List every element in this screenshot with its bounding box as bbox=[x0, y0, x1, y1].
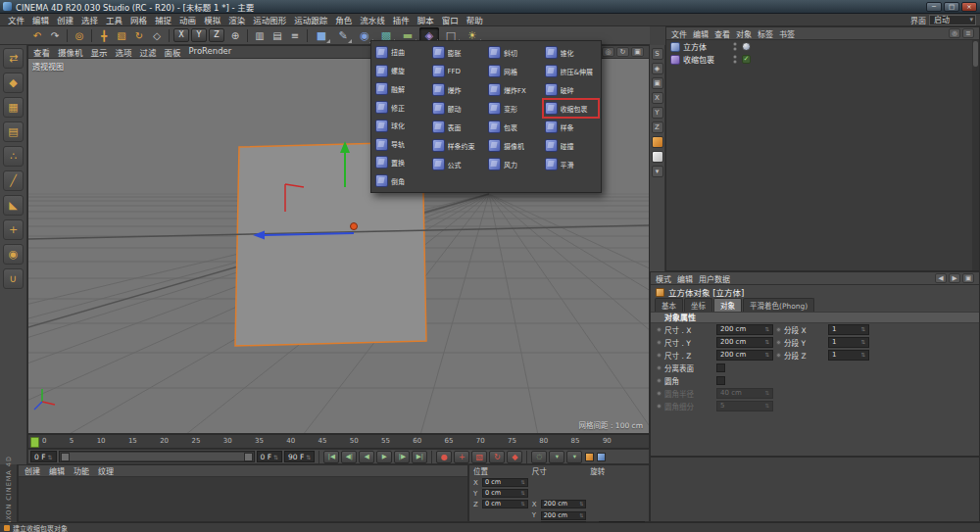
object-manager-scrollbar[interactable] bbox=[972, 40, 979, 270]
object-name[interactable]: 收缩包裹 bbox=[683, 54, 730, 65]
render-view-icon[interactable]: ▥ bbox=[251, 27, 269, 43]
record-button[interactable]: ● bbox=[436, 451, 452, 463]
maximize-button[interactable]: □ bbox=[944, 2, 959, 12]
deformer-menu-item[interactable]: 爆炸 bbox=[430, 80, 487, 99]
menu-item[interactable]: 插件 bbox=[389, 14, 414, 25]
range-end-handle[interactable] bbox=[244, 453, 253, 461]
object-manager-menu-item[interactable]: 书签 bbox=[779, 28, 795, 39]
key-parameter-button[interactable]: ◆ bbox=[507, 451, 522, 463]
material-menu-item[interactable]: 创建 bbox=[24, 465, 40, 476]
view-zoom-icon[interactable]: ◎ bbox=[602, 47, 614, 57]
minimize-button[interactable]: ─ bbox=[926, 2, 942, 12]
editor-visibility-dot[interactable] bbox=[733, 42, 737, 46]
simulate-icon[interactable]: ◈ bbox=[652, 63, 663, 74]
anim-dot-icon[interactable] bbox=[776, 353, 781, 358]
points-mode-icon[interactable]: ∴ bbox=[3, 146, 24, 167]
menu-item[interactable]: 运动跟踪 bbox=[290, 14, 331, 25]
anim-dot-icon[interactable] bbox=[657, 340, 662, 345]
keyframe-selection-button[interactable]: ▾ bbox=[549, 451, 564, 463]
snap-icon[interactable]: ∪ bbox=[3, 268, 24, 289]
anim-dot-icon[interactable] bbox=[776, 340, 781, 345]
material-menu-item[interactable]: 编辑 bbox=[49, 465, 65, 476]
menu-item[interactable]: 帮助 bbox=[463, 14, 487, 25]
menu-item[interactable]: 模拟 bbox=[200, 14, 224, 25]
key-rotation-button[interactable]: ↻ bbox=[489, 451, 505, 463]
close-button[interactable]: × bbox=[961, 2, 977, 12]
deformer-menu-item[interactable]: 样条 bbox=[543, 118, 600, 136]
edges-mode-icon[interactable]: ╱ bbox=[3, 170, 24, 191]
phong-tag-icon[interactable] bbox=[742, 42, 751, 51]
deformer-menu-item[interactable]: 倒角 bbox=[373, 171, 430, 190]
redo-icon[interactable]: ↷ bbox=[46, 27, 64, 43]
lock-z-icon[interactable]: Z bbox=[652, 121, 663, 133]
current-frame-field[interactable]: 0 F bbox=[30, 451, 57, 462]
deformer-menu-item[interactable]: 平滑 bbox=[543, 155, 600, 173]
deformer-menu-item[interactable]: 锥化 bbox=[543, 43, 600, 62]
coordinate-system-icon[interactable]: ⊕ bbox=[226, 27, 244, 43]
viewport-menu-item[interactable]: 过滤 bbox=[140, 46, 157, 58]
deformer-menu-item[interactable]: 扭曲 bbox=[373, 43, 430, 62]
model-mode-icon[interactable]: ◆ bbox=[3, 73, 24, 93]
lock-x-button[interactable]: X bbox=[173, 28, 189, 42]
segments-field[interactable]: 1 bbox=[828, 324, 869, 335]
material-menu-item[interactable]: 功能 bbox=[74, 465, 89, 476]
deformer-menu-item[interactable]: 样条约束 bbox=[430, 136, 487, 155]
position-field[interactable]: 0 cm bbox=[482, 478, 528, 487]
material-menu-item[interactable]: 纹理 bbox=[98, 465, 114, 476]
segments-field[interactable]: 1 bbox=[828, 350, 869, 361]
viewport-menu-item[interactable]: ProRender bbox=[189, 46, 232, 58]
key-scale-button[interactable]: ▧ bbox=[471, 451, 487, 463]
menu-item[interactable]: 流水线 bbox=[356, 14, 389, 25]
menu-item[interactable]: 编辑 bbox=[28, 14, 53, 25]
deformer-menu-item[interactable]: 颤动 bbox=[430, 99, 487, 118]
deformer-menu-item[interactable]: 表面 bbox=[430, 118, 487, 136]
anim-dot-icon[interactable] bbox=[657, 327, 662, 332]
attribute-tab[interactable]: 平滑着色(Phong) bbox=[743, 298, 814, 312]
editor-visibility-dot[interactable] bbox=[733, 55, 737, 59]
lock-y-icon[interactable]: Y bbox=[652, 107, 663, 119]
deformer-menu-item[interactable]: 斜切 bbox=[486, 43, 543, 62]
goto-start-button[interactable]: |◀ bbox=[323, 451, 339, 463]
menu-item[interactable]: 窗口 bbox=[438, 14, 463, 25]
attribute-tab[interactable]: 坐标 bbox=[684, 298, 712, 312]
deformer-menu-item[interactable]: 碰撞 bbox=[543, 136, 600, 155]
deformer-menu-item[interactable]: 挤压&伸展 bbox=[543, 62, 600, 80]
checkbox[interactable] bbox=[716, 376, 725, 385]
texture-mode-icon[interactable]: ▦ bbox=[3, 97, 24, 118]
object-manager-menu-item[interactable]: 查看 bbox=[714, 28, 730, 39]
menu-item[interactable]: 脚本 bbox=[414, 14, 438, 25]
polygons-mode-icon[interactable]: ◣ bbox=[3, 195, 24, 216]
lock-z-button[interactable]: Z bbox=[209, 28, 224, 42]
view-layout-icon[interactable]: ▣ bbox=[631, 47, 644, 57]
preview-range-slider[interactable] bbox=[59, 451, 255, 462]
attr-back-icon[interactable]: ◀ bbox=[935, 273, 947, 283]
size-field[interactable]: 200 cm bbox=[541, 500, 587, 508]
enable-axis-icon[interactable]: + bbox=[3, 219, 24, 240]
deformer-menu-item[interactable]: 爆炸FX bbox=[486, 80, 543, 99]
menu-item[interactable]: 捕捉 bbox=[151, 14, 175, 25]
view-rotate-icon[interactable]: ↻ bbox=[616, 47, 629, 57]
color-swatch-white[interactable] bbox=[652, 151, 663, 163]
enabled-check-icon[interactable]: ✓ bbox=[742, 55, 751, 64]
key-position-button[interactable]: + bbox=[454, 451, 469, 463]
deformer-menu-item[interactable]: 膨胀 bbox=[430, 43, 487, 62]
object-row-shrinkwrap[interactable]: 收缩包裹 ✓ bbox=[666, 53, 979, 66]
attr-forward-icon[interactable]: ▶ bbox=[949, 273, 960, 283]
workplane-mode-icon[interactable]: ▤ bbox=[3, 121, 24, 142]
next-frame-button[interactable]: |▶ bbox=[394, 451, 410, 463]
position-field[interactable]: 0 cm bbox=[482, 489, 528, 498]
current-frame-marker[interactable] bbox=[30, 437, 39, 448]
size-value-field[interactable]: 200 cm bbox=[716, 350, 773, 361]
render-picture-viewer-icon[interactable]: ▤ bbox=[269, 27, 286, 43]
deformer-menu-item[interactable]: 摄像机 bbox=[486, 136, 543, 155]
deformer-menu-item[interactable]: 置换 bbox=[373, 154, 430, 172]
deformer-menu-item[interactable]: 螺旋 bbox=[373, 62, 430, 80]
menu-item[interactable]: 角色 bbox=[331, 14, 356, 25]
deformer-menu-item[interactable]: 风力 bbox=[486, 155, 543, 173]
range-start-field[interactable]: 0 F bbox=[257, 451, 283, 462]
attribute-tab[interactable]: 基本 bbox=[655, 298, 683, 312]
attribute-menu-item[interactable]: 模式 bbox=[656, 273, 671, 284]
deformer-menu-item[interactable]: 修正 bbox=[373, 98, 430, 117]
size-value-field[interactable]: 200 cm bbox=[716, 324, 773, 335]
anim-dot-icon[interactable] bbox=[776, 327, 781, 332]
